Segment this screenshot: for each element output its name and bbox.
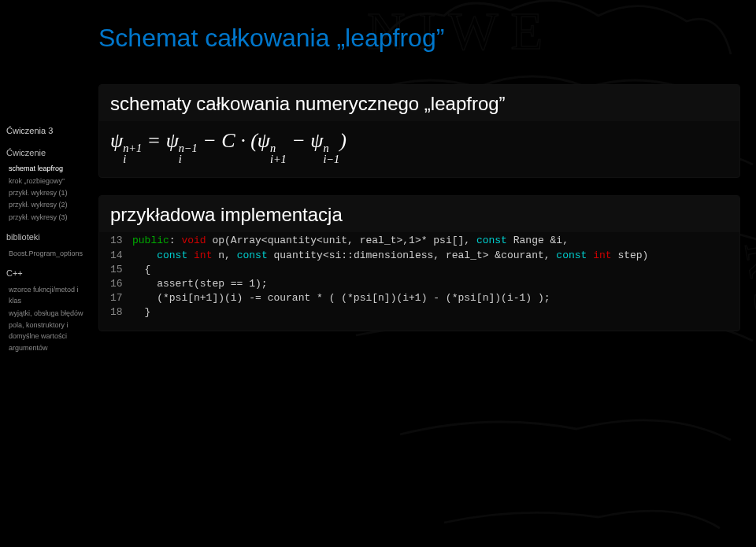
code-token [187, 249, 194, 261]
sidebar-item[interactable]: przykł. wykresy (1) [6, 187, 92, 198]
line-number: 15 [110, 263, 132, 277]
sidebar-sections: Ćwiczenieschemat leapfrogkrok „rozbiegow… [6, 146, 92, 353]
code-token: quantity<si::dimensionless, real_t> &cou… [268, 249, 557, 261]
code-token: const [157, 249, 187, 261]
presentation-subtitle: Ćwiczenia 3 [6, 124, 92, 139]
code-token: { [132, 264, 150, 275]
sidebar-section-header[interactable]: biblioteki [6, 231, 92, 245]
code-box: przykładowa implementacja 13public: void… [98, 195, 740, 331]
code-box-title: przykładowa implementacja [99, 196, 739, 232]
sidebar-item[interactable]: przykł. wykresy (2) [6, 199, 92, 210]
code-token: const [556, 249, 587, 261]
sidebar-item[interactable]: wzorce fukncji/metod i klas [6, 284, 92, 307]
code-token: Range &i, [507, 235, 569, 246]
formula-box-content: ψn+1i = ψn−1i − C · (ψni+1 − ψni−1) [99, 121, 739, 177]
formula-box: schematy całkowania numerycznego „leapfr… [98, 84, 740, 178]
sidebar-section-header[interactable]: Ćwiczenie [6, 146, 92, 161]
line-number: 14 [110, 249, 132, 263]
code-token: : [169, 235, 182, 246]
code-token [132, 249, 157, 261]
code-line: 17 (*psi[n+1])(i) -= courant * ( (*psi[n… [110, 291, 728, 305]
sidebar-section-header[interactable]: C++ [6, 267, 92, 281]
code-token: int [194, 249, 212, 261]
code-line: 14 const int n, const quantity<si::dimen… [110, 249, 728, 263]
code-token: assert(step == 1); [132, 278, 268, 290]
line-number: 17 [110, 291, 132, 305]
code-token: } [132, 306, 150, 318]
code-token: n, [212, 249, 236, 261]
code-token: (*psi[n+1])(i) -= courant * ( (*psi[n])(… [132, 292, 550, 304]
code-token: step) [612, 249, 649, 261]
code-listing: 13public: void op(Array<quantity<unit, r… [99, 232, 739, 331]
code-line: 18 } [110, 305, 728, 320]
code-line: 15 { [110, 263, 728, 277]
code-token: const [237, 249, 268, 261]
sidebar-item[interactable]: pola, konstruktory i domyślne wartości a… [6, 320, 92, 353]
slide-root: Ćwiczenia 3 Ćwiczenieschemat leapfrogkro… [0, 0, 756, 547]
sidebar-item[interactable]: krok „rozbiegowy” [6, 176, 92, 187]
main-content: Schemat całkowania „leapfrog” schematy c… [98, 0, 756, 547]
code-token: void [181, 235, 206, 246]
code-line: 16 assert(step == 1); [110, 277, 728, 291]
code-token: public [132, 235, 169, 246]
leapfrog-formula: ψn+1i = ψn−1i − C · (ψni+1 − ψni−1) [110, 129, 728, 164]
line-number: 16 [110, 277, 132, 291]
formula-box-title: schematy całkowania numerycznego „leapfr… [99, 85, 739, 121]
line-number: 13 [110, 234, 132, 248]
sidebar-item[interactable]: wyjątki, obsługa błędów [6, 308, 92, 319]
sidebar-item[interactable]: Boost.Program_options [6, 248, 92, 259]
code-token: const [476, 235, 507, 246]
sidebar-item[interactable]: przykł. wykresy (3) [6, 212, 92, 223]
line-number: 18 [110, 305, 132, 320]
code-token: int [593, 249, 611, 261]
sidebar-item[interactable]: schemat leapfrog [6, 163, 92, 174]
code-line: 13public: void op(Array<quantity<unit, r… [110, 234, 728, 248]
code-token: op(Array<quantity<unit, real_t>,1>* psi[… [206, 235, 476, 246]
sidebar-nav: Ćwiczenia 3 Ćwiczenieschemat leapfrogkro… [0, 0, 98, 547]
slide-title: Schemat całkowania „leapfrog” [98, 24, 740, 53]
